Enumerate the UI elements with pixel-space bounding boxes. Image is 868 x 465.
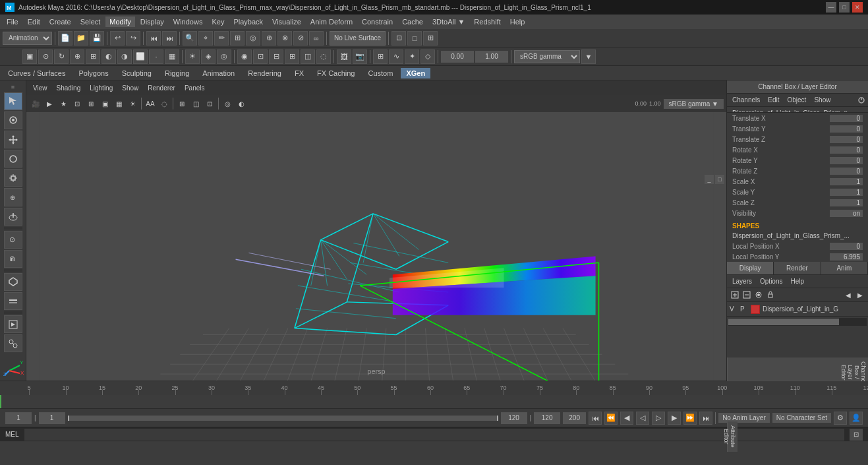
vp-sel-mask-icon[interactable]: ⊡ <box>71 97 84 110</box>
vp-resolution-icon[interactable]: ⊡ <box>203 97 216 110</box>
tab-display[interactable]: Display <box>727 262 774 274</box>
undo-icon[interactable]: ↩ <box>110 31 125 46</box>
sm-xgen[interactable]: XGen <box>401 68 430 78</box>
char-ctrl-btn[interactable]: 👤 <box>850 412 863 425</box>
select-tool-btn[interactable] <box>4 92 22 110</box>
anim-prefs-btn[interactable]: ⚙ <box>834 412 847 425</box>
motion-blur-icon[interactable]: ◌ <box>316 49 331 64</box>
snap-together-btn[interactable]: ⋒ <box>4 250 22 268</box>
lm-help[interactable]: Help <box>788 276 807 286</box>
menu-redshift[interactable]: Redshift <box>470 16 504 27</box>
transform-y-input[interactable] <box>475 51 508 63</box>
open-scene-icon[interactable]: 📁 <box>74 31 88 46</box>
prev-frame-btn[interactable]: ◀ <box>620 412 633 425</box>
cb-minimize-icon[interactable]: _ <box>705 175 714 184</box>
layer-arrow-left-icon[interactable]: ◀ <box>843 290 854 300</box>
menu-key[interactable]: Key <box>208 16 228 27</box>
vp-panels-menu[interactable]: Panels <box>181 83 209 93</box>
menu-cache[interactable]: Cache <box>398 16 427 27</box>
play-back-btn[interactable]: ◁ <box>636 412 649 425</box>
camera-zoom-icon[interactable]: ⊕ <box>70 49 84 64</box>
vp-snap-icon[interactable]: ⊞ <box>84 97 98 110</box>
layer-scrollbar[interactable] <box>728 318 867 326</box>
layer-v-btn[interactable]: V <box>730 305 738 313</box>
cb-object-menu[interactable]: Object <box>785 95 809 105</box>
vp-wireframe-icon[interactable]: ▣ <box>98 97 111 110</box>
vp-bookmark-icon[interactable]: ★ <box>57 97 70 110</box>
menu-select[interactable]: Select <box>76 16 105 27</box>
channel-translate-x[interactable]: Translate X 0 <box>727 113 868 123</box>
next-frame-btn[interactable]: ▶ <box>668 412 681 425</box>
scale-tool-btn[interactable] <box>4 169 22 187</box>
sel-by-type-icon[interactable]: ◎ <box>246 31 260 46</box>
lm-options[interactable]: Options <box>757 276 785 286</box>
vp-show-menu[interactable]: Show <box>118 83 142 93</box>
hypershade-btn[interactable] <box>4 334 22 352</box>
lm-layers[interactable]: Layers <box>730 276 755 286</box>
menu-playback[interactable]: Playback <box>229 16 267 27</box>
viewport-layout-icon[interactable]: ⊡ <box>391 31 406 46</box>
layer-p-btn[interactable]: P <box>740 305 748 313</box>
sm-curves-surfaces[interactable]: Curves / Surfaces <box>3 68 71 78</box>
vp-view-menu[interactable]: View <box>29 83 51 93</box>
menu-constrain[interactable]: Constrain <box>358 16 397 27</box>
current-frame-right-input[interactable] <box>534 412 560 424</box>
lighting-icon[interactable]: ☀ <box>185 49 200 64</box>
layer-delete-icon[interactable] <box>741 290 752 300</box>
rotate-tool-btn[interactable] <box>4 150 22 168</box>
save-scene-icon[interactable]: 💾 <box>90 31 104 46</box>
snap-curve-tb-icon[interactable]: ∿ <box>389 49 403 64</box>
gamma-dropdown[interactable]: sRGB gamma <box>514 50 580 63</box>
flat-shade-icon[interactable]: ◑ <box>117 49 132 64</box>
image-plane-icon[interactable]: 🖼 <box>337 49 351 64</box>
channel-rotate-z[interactable]: Rotate Z 0 <box>727 166 868 176</box>
mel-input[interactable] <box>24 429 844 441</box>
heads-up-icon[interactable]: ◫ <box>301 49 315 64</box>
channel-scale-y[interactable]: Scale Y 1 <box>727 187 868 197</box>
snap-surface-tb-icon[interactable]: ◇ <box>420 49 435 64</box>
prev-key-btn[interactable]: ⏪ <box>604 412 618 425</box>
vp-shading-menu[interactable]: Shading <box>53 83 85 93</box>
lasso-tool-tb-icon[interactable]: ⌖ <box>198 31 213 46</box>
sm-polygons[interactable]: Polygons <box>73 68 113 78</box>
layer-visible-icon[interactable] <box>753 290 764 300</box>
new-scene-icon[interactable]: 📄 <box>58 31 72 46</box>
menu-file[interactable]: File <box>3 16 22 27</box>
smooth-shade-icon[interactable]: ◐ <box>101 49 116 64</box>
skip-fwd-icon[interactable]: ⏭ <box>162 31 177 46</box>
resolution-gate-icon[interactable]: ⊡ <box>253 49 268 64</box>
sm-fx-caching[interactable]: FX Caching <box>312 68 360 78</box>
snap-grid-tb-icon[interactable]: ⊞ <box>373 49 388 64</box>
menu-help[interactable]: Help <box>506 16 529 27</box>
viewport-four-icon[interactable]: ⊞ <box>423 31 438 46</box>
gamma-expand-icon[interactable]: ▼ <box>581 49 596 64</box>
menu-anim-deform[interactable]: Anim Deform <box>306 16 357 27</box>
vp-xray-icon[interactable]: ◐ <box>235 97 248 110</box>
skip-to-end-btn[interactable]: ⏭ <box>699 412 712 425</box>
wireframe-icon[interactable]: ⊞ <box>86 49 100 64</box>
vp-depth-of-field-icon[interactable]: ◎ <box>221 97 234 110</box>
maximize-button[interactable]: □ <box>839 2 850 13</box>
cb-show-menu[interactable]: Show <box>811 95 833 105</box>
channel-scale-x[interactable]: Scale X 1 <box>727 176 868 187</box>
channel-translate-z[interactable]: Translate Z 0 <box>727 134 868 144</box>
texture-icon[interactable]: ▦ <box>165 49 179 64</box>
render-btn[interactable] <box>4 315 22 333</box>
display-layer-btn[interactable] <box>4 292 22 310</box>
cb-channels-menu[interactable]: Channels <box>730 95 763 105</box>
left-toolbar-menu[interactable]: ≡ <box>4 83 22 91</box>
char-set-select[interactable]: No Character Set <box>772 413 831 423</box>
menu-display[interactable]: Display <box>136 16 168 27</box>
vp-grid-icon[interactable]: ⊞ <box>175 97 188 110</box>
menu-visualize[interactable]: Visualize <box>268 16 305 27</box>
timeline-track[interactable] <box>0 395 868 408</box>
isolate-sel-icon[interactable]: ◉ <box>237 49 252 64</box>
camera-orbit-icon[interactable]: ↻ <box>54 49 69 64</box>
canvas-area[interactable]: persp <box>26 112 726 381</box>
cb-maximize-icon[interactable]: □ <box>715 175 724 184</box>
shrink-sel-icon[interactable]: ⊘ <box>293 31 308 46</box>
menu-modify[interactable]: Modify <box>105 16 134 27</box>
current-frame-left-input[interactable] <box>5 412 32 424</box>
gamma-select[interactable]: sRGB gamma ▼ <box>664 99 724 109</box>
sm-rendering[interactable]: Rendering <box>243 68 287 78</box>
